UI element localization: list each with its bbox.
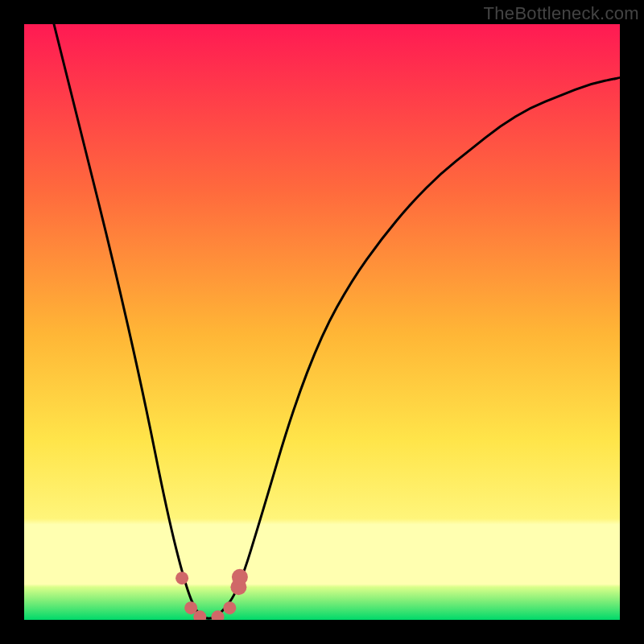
plot-area xyxy=(24,24,620,620)
gradient-background xyxy=(24,24,620,620)
data-marker xyxy=(175,572,188,584)
data-marker xyxy=(232,569,248,585)
data-marker xyxy=(223,601,236,614)
chart-svg xyxy=(24,24,620,620)
watermark-text: TheBottleneck.com xyxy=(484,3,639,24)
chart-frame: TheBottleneck.com xyxy=(0,0,644,644)
